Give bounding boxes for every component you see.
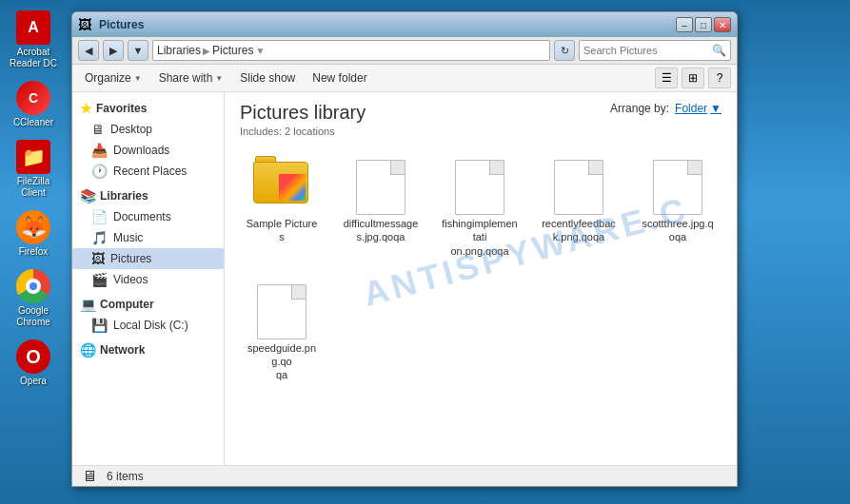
toolbar-right: ☰ ⊞ ? (655, 68, 731, 88)
toolbar: Organize ▼ Share with ▼ Slide show New f… (72, 65, 737, 92)
window-icon: 🖼 (78, 17, 93, 32)
content-area: Pictures library Includes: 2 locations A… (225, 92, 737, 465)
explorer-window: 🖼 Pictures – □ ✕ ◀ ▶ ▼ Libraries ▶ Pictu… (71, 11, 738, 487)
sidebar-item-desktop[interactable]: 🖥 Desktop (72, 119, 224, 140)
minimize-button[interactable]: – (676, 17, 693, 32)
share-with-button[interactable]: Share with ▼ (152, 68, 230, 87)
disk-icon: 💾 (91, 318, 108, 333)
opera-icon: O (16, 339, 50, 374)
new-folder-button[interactable]: New folder (306, 68, 373, 87)
main-content: ★ Favorites 🖥 Desktop 📥 Downloads 🕐 Rece… (72, 92, 737, 465)
close-button[interactable]: ✕ (714, 17, 731, 32)
view-details-button[interactable]: ☰ (655, 68, 678, 88)
forward-button[interactable]: ▶ (103, 40, 124, 61)
address-bar-area: ◀ ▶ ▼ Libraries ▶ Pictures ▼ ↻ 🔍 (72, 37, 737, 65)
scottthree-doc-icon (649, 156, 706, 213)
desktop-icons-panel: A Acrobat Reader DC C CCleaner 📁 FileZil… (0, 0, 67, 397)
sample-pictures-label: Sample Pictures (244, 217, 320, 244)
music-folder-icon: 🎵 (91, 230, 108, 245)
help-button[interactable]: ? (708, 68, 731, 88)
desktop-icon-chrome[interactable]: Google Chrome (5, 266, 62, 331)
file-item-sample-pictures[interactable]: Sample Pictures (240, 152, 324, 262)
maximize-button[interactable]: □ (695, 17, 712, 32)
sidebar-item-pictures[interactable]: 🖼 Pictures (72, 248, 224, 269)
desktop-icon-acrobat[interactable]: A Acrobat Reader DC (5, 8, 62, 72)
pictures-folder-icon: 🖼 (91, 251, 105, 266)
search-input[interactable] (583, 45, 708, 56)
library-title: Pictures library (240, 102, 366, 124)
organize-arrow-icon: ▼ (134, 74, 142, 83)
local-disk-label: Local Disk (C:) (113, 319, 188, 332)
difficultmessages-doc-icon (352, 156, 409, 213)
arrange-by-dropdown[interactable]: Folder ▼ (675, 102, 722, 115)
path-libraries: Libraries (157, 44, 201, 57)
computer-label: Computer (100, 298, 154, 311)
recent-folder-icon: 🕐 (91, 164, 108, 179)
title-bar: 🖼 Pictures – □ ✕ (72, 12, 737, 37)
up-button[interactable]: ▼ (128, 40, 148, 61)
videos-folder-icon: 🎬 (91, 272, 108, 287)
desktop-icon-opera[interactable]: O Opera (5, 337, 62, 390)
share-with-label: Share with (159, 71, 213, 85)
sample-pictures-folder-icon (253, 156, 310, 213)
address-bar[interactable]: Libraries ▶ Pictures ▼ (152, 40, 550, 61)
desktop-icon-firefox[interactable]: 🦊 Firefox (5, 207, 62, 261)
scottthree-label: scottthree.jpg.qoqa (640, 217, 716, 244)
view-tiles-button[interactable]: ⊞ (682, 68, 704, 88)
recentlyfeedback-doc-icon (550, 156, 607, 213)
chrome-label: Google Chrome (8, 305, 59, 328)
library-subtitle: Includes: 2 locations (240, 126, 366, 137)
libraries-header[interactable]: 📚 Libraries (72, 185, 224, 206)
sidebar-item-music[interactable]: 🎵 Music (72, 227, 224, 248)
share-arrow-icon: ▼ (215, 74, 223, 83)
videos-item-label: Videos (113, 273, 148, 286)
favorites-section: ★ Favorites 🖥 Desktop 📥 Downloads 🕐 Rece… (72, 98, 224, 182)
window-title: Pictures (99, 18, 144, 31)
libraries-section: 📚 Libraries 📄 Documents 🎵 Music 🖼 Pictur… (72, 185, 224, 290)
sidebar-item-recent-places[interactable]: 🕐 Recent Places (72, 161, 224, 182)
slide-show-button[interactable]: Slide show (233, 68, 302, 87)
desktop: A Acrobat Reader DC C CCleaner 📁 FileZil… (0, 0, 850, 504)
firefox-label: Firefox (19, 246, 49, 258)
ccleaner-icon: C (16, 81, 50, 115)
favorites-header[interactable]: ★ Favorites (72, 98, 224, 119)
favorites-label: Favorites (96, 102, 147, 115)
sidebar-item-local-disk[interactable]: 💾 Local Disk (C:) (72, 315, 224, 336)
chrome-icon (16, 269, 50, 303)
pictures-item-label: Pictures (110, 252, 151, 265)
organize-button[interactable]: Organize ▼ (78, 68, 148, 87)
opera-label: Opera (20, 376, 47, 387)
status-computer-icon: 🖥 (82, 468, 97, 485)
file-item-recentlyfeedback[interactable]: recentlyfeedback.png.qoqa (537, 152, 621, 262)
desktop-icon-ccleaner[interactable]: C CCleaner (5, 78, 62, 131)
file-item-scottthree[interactable]: scottthree.jpg.qoqa (636, 152, 720, 262)
desktop-icon-filezilla[interactable]: 📁 FileZilla Client (5, 137, 62, 202)
files-grid: Sample Pictures difficultmessages.jpg.qo… (240, 152, 722, 386)
arrange-bar: Arrange by: Folder ▼ (610, 102, 722, 115)
path-separator-1: ▶ (203, 46, 210, 56)
documents-folder-icon: 📄 (91, 209, 108, 224)
back-button[interactable]: ◀ (78, 40, 99, 61)
desktop-item-label: Desktop (110, 123, 152, 136)
computer-header[interactable]: 💻 Computer (72, 294, 224, 315)
recent-item-label: Recent Places (113, 165, 187, 178)
file-item-fishingimplementation[interactable]: fishingimplementation.png.qoqa (438, 152, 522, 262)
network-label: Network (100, 343, 145, 357)
music-item-label: Music (113, 231, 143, 244)
downloads-folder-icon: 📥 (91, 143, 108, 158)
network-header[interactable]: 🌐 Network (72, 339, 224, 360)
refresh-button[interactable]: ↻ (554, 40, 575, 61)
libraries-icon: 📚 (80, 188, 96, 204)
slide-show-label: Slide show (240, 71, 295, 85)
sidebar-item-downloads[interactable]: 📥 Downloads (72, 140, 224, 161)
file-item-difficultmessages[interactable]: difficultmessages.jpg.qoqa (339, 152, 423, 262)
file-item-speedguide[interactable]: speedguide.png.qoqa (240, 277, 324, 386)
search-icon: 🔍 (712, 44, 726, 57)
sidebar-item-videos[interactable]: 🎬 Videos (72, 269, 224, 290)
documents-item-label: Documents (113, 210, 171, 223)
sidebar-item-documents[interactable]: 📄 Documents (72, 206, 224, 227)
acrobat-label: Acrobat Reader DC (8, 47, 59, 69)
computer-icon: 💻 (80, 297, 96, 312)
search-box[interactable]: 🔍 (579, 40, 731, 61)
fishingimplementation-doc-icon (451, 156, 508, 213)
